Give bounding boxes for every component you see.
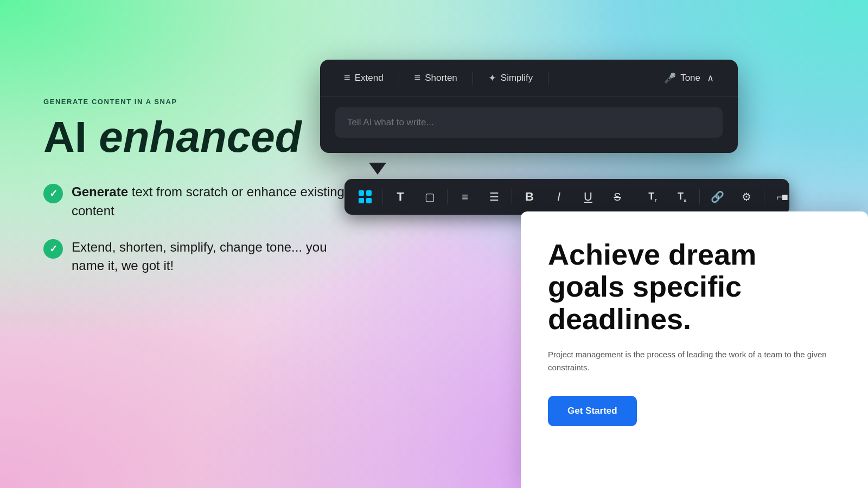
link-button[interactable]: 🔗: [703, 184, 731, 209]
shorten-icon: ≡: [414, 72, 421, 84]
format-sep-1: [382, 189, 383, 204]
block-button[interactable]: ▢: [416, 184, 444, 209]
settings-icon: ⚙: [742, 190, 751, 203]
feature-bold-1: Generate: [72, 184, 128, 199]
text-type-button[interactable]: T: [386, 184, 414, 209]
feature-list: Generate text from scratch or enhance ex…: [43, 183, 347, 275]
align-center-button[interactable]: ☰: [480, 184, 508, 209]
align-left-button[interactable]: ≡: [451, 184, 479, 209]
bold-icon: B: [525, 190, 534, 204]
simplify-icon: ✦: [488, 72, 496, 84]
text-small-icon: Tx: [678, 191, 686, 203]
extend-icon: ≡: [344, 72, 350, 84]
simplify-label: Simplify: [501, 73, 533, 84]
format-sep-5: [699, 189, 700, 204]
italic-icon: I: [557, 190, 560, 204]
italic-button[interactable]: I: [545, 184, 573, 209]
ai-magic-button[interactable]: [351, 184, 379, 209]
format-sep-2: [447, 189, 448, 204]
headline-italic: enhanced: [99, 113, 301, 161]
ai-prompt-input[interactable]: [335, 107, 723, 138]
tone-icon: 🎤: [664, 72, 676, 84]
headline-bold: AI: [43, 113, 87, 161]
text-size-button[interactable]: Tr: [639, 184, 667, 209]
ai-toolbar-tail: [369, 163, 386, 175]
simplify-button[interactable]: ✦ Simplify: [480, 68, 542, 88]
text-size-icon: Tr: [648, 191, 656, 203]
feature-item-2: Extend, shorten, simplify, change tone..…: [43, 238, 347, 276]
shorten-label: Shorten: [425, 73, 457, 84]
underline-button[interactable]: U: [574, 184, 602, 209]
shorten-button[interactable]: ≡ Shorten: [406, 67, 466, 88]
align-left-icon: ≡: [462, 191, 468, 203]
format-sep-4: [635, 189, 635, 204]
chevron-up-icon: ∧: [707, 72, 714, 84]
content-body: Project management is the process of lea…: [548, 348, 841, 374]
feature-text-1: Generate text from scratch or enhance ex…: [72, 183, 347, 221]
check-icon-1: [43, 184, 63, 203]
ai-toolbar: ≡ Extend ≡ Shorten ✦ Simplify 🎤 Tone ∧: [320, 60, 738, 153]
underline-icon: U: [584, 190, 592, 204]
feature-item-1: Generate text from scratch or enhance ex…: [43, 183, 347, 221]
extend-button[interactable]: ≡ Extend: [335, 67, 392, 88]
tone-button[interactable]: 🎤 Tone ∧: [655, 68, 723, 88]
format-sep-3: [512, 189, 512, 204]
left-panel: GENERATE CONTENT IN A SNAP AI enhanced G…: [43, 98, 347, 275]
content-heading: Achieve dream goals specific deadlines.: [548, 239, 841, 335]
tagline: GENERATE CONTENT IN A SNAP: [43, 98, 347, 106]
more-icon: ⌐■: [776, 191, 787, 203]
toolbar-divider-3: [548, 72, 548, 85]
block-icon: ▢: [425, 190, 435, 203]
format-toolbar: T ▢ ≡ ☰ B I U S Tr Tx 🔗 ⚙ ⌐■: [344, 179, 789, 215]
feature-text-2: Extend, shorten, simplify, change tone..…: [72, 238, 347, 276]
more-button[interactable]: ⌐■: [768, 184, 789, 209]
headline: AI enhanced: [43, 115, 347, 159]
bold-button[interactable]: B: [515, 184, 544, 209]
sparkle-icon: [359, 190, 372, 203]
strikethrough-icon: S: [614, 191, 621, 203]
align-center-icon: ☰: [489, 190, 499, 203]
tone-label: Tone: [680, 73, 700, 84]
ai-input-area: [320, 97, 738, 153]
settings-button[interactable]: ⚙: [732, 184, 761, 209]
toolbar-divider-1: [399, 72, 399, 85]
extend-label: Extend: [355, 73, 384, 84]
text-size-small-button[interactable]: Tx: [668, 184, 696, 209]
strikethrough-button[interactable]: S: [603, 184, 631, 209]
content-card: Achieve dream goals specific deadlines. …: [521, 211, 868, 488]
get-started-button[interactable]: Get Started: [548, 396, 637, 426]
toolbar-divider-2: [473, 72, 473, 85]
check-icon-2: [43, 239, 63, 259]
link-icon: 🔗: [711, 190, 724, 203]
ai-actions-row: ≡ Extend ≡ Shorten ✦ Simplify 🎤 Tone ∧: [320, 60, 738, 97]
text-type-icon: T: [397, 190, 404, 204]
format-sep-6: [764, 189, 764, 204]
